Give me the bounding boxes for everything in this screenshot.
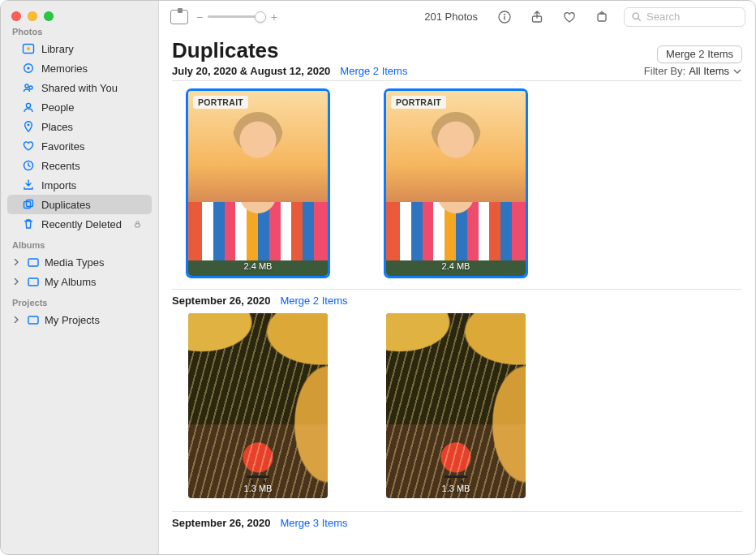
svg-rect-13	[28, 278, 38, 286]
photo-thumbnail[interactable]: 1.3 MB	[188, 313, 328, 498]
svg-rect-17	[504, 15, 505, 19]
sidebar-section-albums: Albums	[12, 240, 147, 250]
sidebar-section-projects: Projects	[12, 298, 147, 308]
zoom-slider[interactable]: − +	[196, 11, 277, 24]
sidebar-item-label: Media Types	[45, 256, 104, 269]
svg-rect-10	[27, 200, 33, 207]
aspect-ratio-button[interactable]	[169, 6, 190, 28]
sidebar-section-photos: Photos	[12, 27, 147, 37]
sidebar-item-label: Recents	[41, 160, 147, 172]
duplicates-icon	[22, 198, 35, 211]
svg-point-20	[633, 13, 638, 19]
window-controls	[11, 11, 54, 21]
sidebar-item-label: People	[41, 101, 147, 114]
sidebar-item-my-albums[interactable]: My Albums	[7, 272, 152, 291]
sidebar-item-label: Favorites	[41, 140, 147, 153]
sidebar-item-recently-deleted[interactable]: Recently Deleted	[7, 214, 152, 234]
duplicate-group: PORTRAIT2.4 MBPORTRAIT2.4 MB	[172, 84, 742, 281]
search-input[interactable]	[646, 11, 756, 23]
page-title: Duplicates	[172, 38, 279, 63]
share-button[interactable]	[526, 6, 548, 28]
sidebar-item-media-types[interactable]: Media Types	[7, 252, 152, 272]
zoom-knob[interactable]	[255, 11, 266, 23]
photo-count-label: 201 Photos	[424, 11, 478, 23]
duplicate-group: September 26, 2020 Merge 3 Items	[172, 511, 742, 529]
sidebar-item-label: Duplicates	[41, 199, 147, 211]
clock-icon	[22, 159, 35, 172]
filter-label: Filter By:	[644, 65, 685, 77]
library-icon	[22, 42, 35, 55]
photo-thumbnail[interactable]: 1.3 MB	[386, 313, 526, 498]
sidebar-item-imports[interactable]: Imports	[7, 175, 152, 195]
sidebar-item-library[interactable]: Library	[7, 39, 152, 58]
svg-point-5	[29, 86, 32, 89]
import-icon	[22, 179, 35, 191]
svg-rect-14	[28, 316, 38, 324]
portrait-badge: PORTRAIT	[391, 96, 446, 109]
svg-point-6	[26, 103, 30, 107]
zoom-in-icon: +	[271, 11, 277, 24]
svg-rect-11	[135, 223, 140, 226]
memories-icon	[22, 62, 35, 75]
sidebar-item-label: Shared with You	[41, 82, 147, 94]
group-date-label: September 26, 2020	[172, 295, 270, 307]
fullscreen-window-button[interactable]	[44, 11, 54, 21]
file-size-label: 2.4 MB	[244, 261, 273, 271]
sidebar-item-shared[interactable]: Shared with You	[7, 78, 152, 97]
merge-selected-button[interactable]: Merge 2 Items	[657, 45, 742, 63]
merge-group-link[interactable]: Merge 2 Items	[280, 295, 347, 307]
portrait-badge: PORTRAIT	[193, 96, 248, 109]
sidebar-item-memories[interactable]: Memories	[7, 58, 152, 78]
heart-icon	[22, 140, 35, 153]
sidebar-item-duplicates[interactable]: Duplicates	[7, 195, 152, 214]
svg-point-4	[25, 84, 28, 88]
group-date-label: September 26, 2020	[172, 517, 270, 529]
chevron-down-icon	[732, 67, 742, 76]
photo-thumbnail[interactable]: PORTRAIT2.4 MB	[188, 91, 328, 276]
svg-point-16	[504, 13, 505, 15]
search-icon	[631, 11, 642, 22]
duplicate-group: September 26, 2020 Merge 2 Items 1.3 MB1…	[172, 289, 742, 503]
file-size-label: 1.3 MB	[244, 484, 273, 493]
sidebar-item-places[interactable]: Places	[7, 117, 152, 136]
sidebar-item-label: Imports	[41, 179, 147, 191]
merge-group-link[interactable]: Merge 3 Items	[280, 517, 347, 529]
minimize-window-button[interactable]	[28, 11, 37, 21]
svg-rect-9	[24, 202, 31, 209]
sidebar-item-favorites[interactable]: Favorites	[7, 136, 152, 156]
chevron-right-icon	[12, 278, 20, 286]
info-button[interactable]	[494, 6, 515, 28]
chevron-right-icon	[12, 258, 20, 266]
close-window-button[interactable]	[11, 11, 21, 21]
sidebar-item-my-projects[interactable]: My Projects	[7, 310, 152, 329]
zoom-track[interactable]	[208, 15, 266, 18]
svg-point-7	[28, 124, 30, 127]
sidebar-item-label: Places	[41, 121, 147, 133]
photo-thumbnail[interactable]: PORTRAIT2.4 MB	[386, 91, 526, 276]
filter-dropdown[interactable]: Filter By: All Items	[644, 65, 742, 77]
chevron-right-icon	[12, 316, 20, 324]
lock-icon	[133, 220, 142, 229]
trash-icon	[22, 217, 35, 230]
rotate-button[interactable]	[591, 6, 612, 28]
filter-value: All Items	[689, 65, 729, 77]
sidebar-item-label: My Albums	[45, 276, 97, 288]
sidebar-item-recents[interactable]: Recents	[7, 156, 152, 175]
folder-icon	[27, 313, 40, 326]
folder-icon	[27, 256, 40, 269]
people-icon	[22, 101, 35, 114]
file-size-label: 1.3 MB	[442, 484, 470, 493]
svg-rect-12	[28, 259, 38, 266]
toolbar: − + 201 Photos	[159, 1, 755, 33]
merge-group-link[interactable]: Merge 2 Items	[340, 65, 407, 77]
file-size-label: 2.4 MB	[442, 261, 470, 271]
search-field[interactable]	[624, 7, 745, 27]
sidebar-item-label: Memories	[41, 62, 147, 75]
sidebar-item-label: Library	[41, 43, 147, 55]
content-area: − + 201 Photos Duplicates	[159, 1, 755, 554]
favorite-button[interactable]	[559, 6, 580, 28]
sidebar: Photos Library Memories Shared with You …	[1, 1, 159, 554]
group-date-label: July 20, 2020 & August 12, 2020	[172, 65, 330, 77]
sidebar-item-people[interactable]: People	[7, 97, 152, 117]
svg-point-3	[27, 67, 29, 69]
